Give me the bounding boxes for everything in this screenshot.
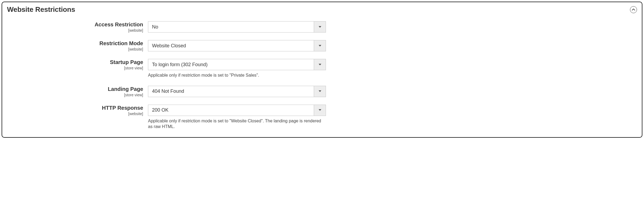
select-value: Website Closed [148,40,314,51]
collapse-button[interactable] [630,6,637,13]
select-value: 200 OK [148,105,314,116]
chevron-down-icon [314,105,326,116]
field-scope: [store view] [7,66,143,70]
help-text: Applicable only if restriction mode is s… [148,118,326,130]
restriction-mode-select[interactable]: Website Closed [148,40,326,51]
row-http-response: HTTP Response [website] 200 OK Applicabl… [7,105,637,130]
field-col: No [148,21,326,33]
label-col: Startup Page [store view] [7,59,143,70]
panel-header: Website Restrictions [7,5,637,19]
label-col: Restriction Mode [website] [7,40,143,51]
row-landing-page: Landing Page [store view] 404 Not Found [7,86,637,97]
field-label: HTTP Response [7,105,143,111]
chevron-down-icon [314,40,326,51]
http-response-select[interactable]: 200 OK [148,105,326,116]
field-col: To login form (302 Found) Applicable onl… [148,59,326,78]
field-col: Website Closed [148,40,326,51]
field-scope: [website] [7,112,143,116]
select-value: No [148,22,314,32]
row-startup-page: Startup Page [store view] To login form … [7,59,637,78]
field-col: 404 Not Found [148,86,326,97]
website-restrictions-panel: Website Restrictions Access Restriction … [2,2,642,138]
form-body: Access Restriction [website] No Restrict… [7,19,637,130]
label-col: Landing Page [store view] [7,86,143,97]
chevron-down-icon [314,22,326,32]
field-label: Access Restriction [7,21,143,28]
field-scope: [website] [7,28,143,33]
row-access-restriction: Access Restriction [website] No [7,21,637,33]
select-value: 404 Not Found [148,86,314,97]
field-label: Landing Page [7,86,143,92]
help-text: Applicable only if restriction mode is s… [148,72,326,78]
startup-page-select[interactable]: To login form (302 Found) [148,59,326,70]
access-restriction-select[interactable]: No [148,21,326,33]
row-restriction-mode: Restriction Mode [website] Website Close… [7,40,637,51]
field-label: Restriction Mode [7,40,143,47]
field-label: Startup Page [7,59,143,65]
label-col: Access Restriction [website] [7,21,143,33]
label-col: HTTP Response [website] [7,105,143,116]
landing-page-select[interactable]: 404 Not Found [148,86,326,97]
chevron-down-icon [314,86,326,97]
field-scope: [website] [7,47,143,51]
select-value: To login form (302 Found) [148,59,314,70]
chevron-up-icon [632,8,635,11]
section-title: Website Restrictions [7,5,75,14]
field-scope: [store view] [7,93,143,97]
field-col: 200 OK Applicable only if restriction mo… [148,105,326,130]
chevron-down-icon [314,59,326,70]
